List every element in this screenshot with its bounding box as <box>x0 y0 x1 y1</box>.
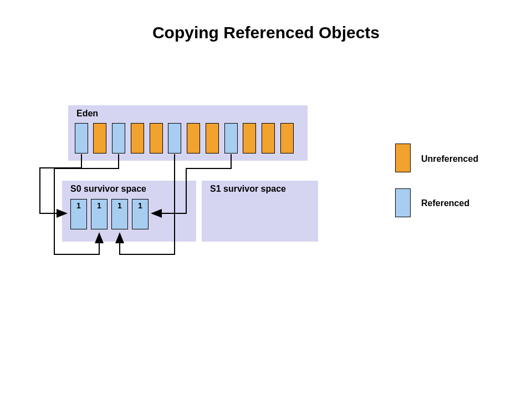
s0-block: 1 <box>111 199 128 229</box>
diagram-stage: Copying Referenced Objects Eden S0 survi… <box>0 0 532 399</box>
eden-block <box>280 123 294 154</box>
eden-block <box>93 123 106 154</box>
eden-block <box>131 123 144 154</box>
s0-block-age: 1 <box>132 201 148 210</box>
eden-block <box>224 123 238 154</box>
page-title: Copying Referenced Objects <box>0 23 532 42</box>
eden-block <box>168 123 181 154</box>
legend-referenced-swatch <box>395 188 411 217</box>
s0-block-age: 1 <box>71 201 86 210</box>
legend-referenced-label: Referenced <box>421 198 469 208</box>
eden-block <box>206 123 219 154</box>
s1-label: S1 survivor space <box>210 184 286 194</box>
s0-label: S0 survivor space <box>70 184 146 194</box>
legend-unreferenced-swatch <box>395 144 411 172</box>
eden-block <box>150 123 163 154</box>
legend-unreferenced-label: Unreferenced <box>421 154 478 164</box>
eden-block <box>112 123 125 154</box>
s0-block: 1 <box>132 199 149 229</box>
eden-block <box>243 123 256 154</box>
eden-label: Eden <box>76 109 98 119</box>
s0-block: 1 <box>70 199 87 229</box>
eden-block <box>262 123 275 154</box>
eden-block <box>187 123 200 154</box>
s0-block: 1 <box>91 199 108 229</box>
s0-block-age: 1 <box>112 201 127 210</box>
eden-block <box>75 123 88 154</box>
s0-block-age: 1 <box>91 201 107 210</box>
